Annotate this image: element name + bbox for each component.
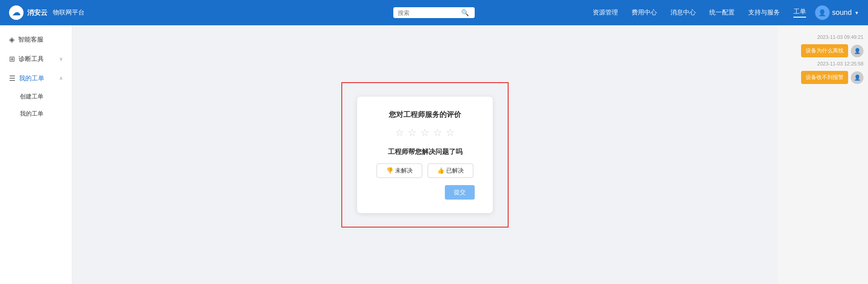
nav-support[interactable]: 支持与服务 [748,9,780,17]
platform-name: 物联网平台 [53,9,85,17]
chevron-up-icon: ∧ [59,75,63,81]
message-item-1: 2023-11-03 09:49:21 设备为什么离线 👤 [782,34,863,57]
resolved-label: 已解决 [446,167,464,175]
sidebar-item-my-workorder[interactable]: ☰ 我的工单 ∧ [0,69,72,88]
msg-avatar-2: 👤 [851,71,863,84]
logo-icon: ☁ [9,5,24,20]
nav-workorder[interactable]: 工单 [793,8,806,18]
create-workorder-label: 创建工单 [20,93,43,100]
star-5[interactable]: ☆ [446,127,455,139]
rating-title: 您对工程师服务的评价 [375,110,475,120]
avatar: 👤 [815,5,830,20]
message-bubble-2: 设备收不到报警 [801,71,848,84]
search-input[interactable] [398,9,461,16]
submit-area: 提交 [375,185,475,200]
unresolved-label: 未解决 [395,167,413,175]
my-workorder-label: 我的工单 [20,110,43,117]
top-nav: ☁ 消安云 物联网平台 🔍 资源管理 费用中心 消息中心 统一配置 支持与服务 … [0,0,868,25]
message-time-1: 2023-11-03 09:49:21 [817,34,863,40]
main-layout: ◈ 智能客服 ⊞ 诊断工具 ∨ ☰ 我的工单 ∧ 创建工单 我的工单 您对工程师… [0,25,868,284]
username: sound [832,9,852,17]
resolved-button[interactable]: 👍 已解决 [428,163,473,178]
search-bar[interactable]: 🔍 [393,7,475,18]
message-time-2: 2023-11-03 12:25:58 [817,61,863,66]
star-4[interactable]: ☆ [433,127,442,139]
sidebar-sub-my-workorder[interactable]: 我的工单 [0,105,72,122]
thumbup-icon: 👍 [437,167,444,174]
chevron-down-icon: ▼ [854,10,859,15]
workorder-icon: ☰ [9,74,15,83]
dialog-container: 您对工程师服务的评价 ☆ ☆ ☆ ☆ ☆ 工程师帮您解决问题了吗 👎 未解决 👍 [341,82,509,228]
logo-area: ☁ 消安云 物联网平台 [9,5,85,20]
sidebar-item-smart-service[interactable]: ◈ 智能客服 [0,30,72,49]
nav-config[interactable]: 统一配置 [709,9,735,17]
message-bubble-row-2: 设备收不到报警 👤 [801,71,863,84]
chevron-icon: ∨ [59,56,63,62]
app-name: 消安云 [27,9,47,17]
submit-button[interactable]: 提交 [445,185,475,200]
message-bubble-1: 设备为什么离线 [801,44,848,57]
search-icon: 🔍 [461,9,469,16]
unresolved-button[interactable]: 👎 未解决 [377,163,422,178]
resolved-title: 工程师帮您解决问题了吗 [375,148,475,156]
message-bubble-row-1: 设备为什么离线 👤 [801,44,863,57]
smart-service-icon: ◈ [9,35,14,44]
sidebar-sub-create-workorder[interactable]: 创建工单 [0,88,72,105]
sidebar-label-smart-service: 智能客服 [18,36,43,44]
user-area[interactable]: 👤 sound ▼ [815,5,859,20]
star-3[interactable]: ☆ [420,127,429,139]
resolve-buttons: 👎 未解决 👍 已解决 [375,163,475,178]
nav-links: 资源管理 费用中心 消息中心 统一配置 支持与服务 工单 [593,8,806,18]
thumbdown-icon: 👎 [386,167,393,174]
star-1[interactable]: ☆ [395,127,404,139]
message-item-2: 2023-11-03 12:25:58 设备收不到报警 👤 [782,61,863,84]
msg-avatar-1: 👤 [851,45,863,57]
star-2[interactable]: ☆ [408,127,417,139]
sidebar-item-diagnostics[interactable]: ⊞ 诊断工具 ∨ [0,49,72,69]
diagnostics-icon: ⊞ [9,55,15,63]
nav-resources[interactable]: 资源管理 [593,9,618,17]
stars-row: ☆ ☆ ☆ ☆ ☆ [375,127,475,139]
right-panel: 2023-11-03 09:49:21 设备为什么离线 👤 2023-11-03… [778,25,868,284]
sidebar-label-diagnostics: 诊断工具 [19,55,44,63]
rating-card: 您对工程师服务的评价 ☆ ☆ ☆ ☆ ☆ 工程师帮您解决问题了吗 👎 未解决 👍 [357,97,493,213]
nav-messages[interactable]: 消息中心 [670,9,696,17]
sidebar: ◈ 智能客服 ⊞ 诊断工具 ∨ ☰ 我的工单 ∧ 创建工单 我的工单 [0,25,72,284]
sidebar-label-my-workorder: 我的工单 [19,74,44,83]
main-content: 您对工程师服务的评价 ☆ ☆ ☆ ☆ ☆ 工程师帮您解决问题了吗 👎 未解决 👍 [72,25,778,284]
nav-billing[interactable]: 费用中心 [632,9,657,17]
